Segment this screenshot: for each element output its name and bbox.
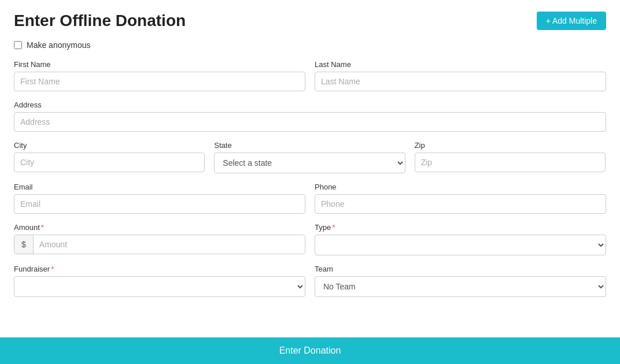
city-group: City [14, 141, 205, 173]
first-name-input[interactable] [14, 72, 305, 91]
last-name-input[interactable] [315, 72, 606, 91]
last-name-label: Last Name [315, 60, 606, 69]
name-row: First Name Last Name [14, 60, 606, 91]
state-group: State Select a state [214, 141, 405, 173]
type-group: Type* [315, 223, 606, 255]
zip-input[interactable] [415, 153, 606, 172]
state-select[interactable]: Select a state [214, 153, 405, 173]
address-row: Address [14, 101, 606, 132]
state-label: State [214, 141, 405, 150]
main-content: Enter Offline Donation + Add Multiple Ma… [0, 0, 620, 364]
email-label: Email [14, 183, 305, 191]
anonymous-checkbox[interactable] [14, 41, 22, 49]
amount-required-star: * [41, 223, 44, 232]
last-name-group: Last Name [315, 60, 606, 91]
city-label: City [14, 141, 205, 150]
fundraiser-select[interactable] [14, 276, 305, 297]
email-input[interactable] [14, 194, 305, 214]
city-input[interactable] [14, 153, 205, 172]
header-row: Enter Offline Donation + Add Multiple [14, 12, 606, 30]
amount-group: Amount* $ [14, 223, 305, 255]
fundraiser-team-row: Fundraiser* Team No Team [14, 265, 606, 297]
first-name-group: First Name [14, 60, 305, 91]
amount-label: Amount* [14, 223, 305, 232]
anonymous-row: Make anonymous [14, 40, 606, 50]
add-multiple-button[interactable]: + Add Multiple [537, 12, 606, 30]
address-group: Address [14, 101, 606, 132]
address-label: Address [14, 101, 606, 109]
anonymous-label[interactable]: Make anonymous [27, 40, 91, 50]
team-label: Team [315, 265, 606, 273]
page-container: Enter Offline Donation + Add Multiple Ma… [0, 0, 620, 364]
phone-input[interactable] [315, 194, 606, 214]
team-select[interactable]: No Team [315, 276, 606, 297]
zip-label: Zip [415, 141, 606, 150]
address-input[interactable] [14, 112, 606, 132]
amount-prefix: $ [14, 235, 34, 254]
fundraiser-group: Fundraiser* [14, 265, 305, 297]
fundraiser-label: Fundraiser* [14, 265, 305, 273]
phone-group: Phone [315, 183, 606, 214]
city-state-zip-row: City State Select a state Zip [14, 141, 606, 173]
type-select[interactable] [315, 235, 606, 255]
team-group: Team No Team [315, 265, 606, 297]
email-phone-row: Email Phone [14, 183, 606, 214]
amount-input-wrapper: $ [14, 235, 305, 254]
zip-group: Zip [415, 141, 606, 173]
type-label: Type* [315, 223, 606, 232]
amount-input[interactable] [34, 235, 305, 254]
email-group: Email [14, 183, 305, 214]
submit-button[interactable]: Enter Donation [14, 346, 606, 356]
first-name-label: First Name [14, 60, 305, 69]
type-required-star: * [332, 223, 335, 232]
phone-label: Phone [315, 183, 606, 191]
page-title: Enter Offline Donation [14, 12, 186, 30]
fundraiser-required-star: * [51, 265, 54, 273]
footer-bar: Enter Donation [0, 337, 620, 364]
amount-type-row: Amount* $ Type* [14, 223, 606, 255]
